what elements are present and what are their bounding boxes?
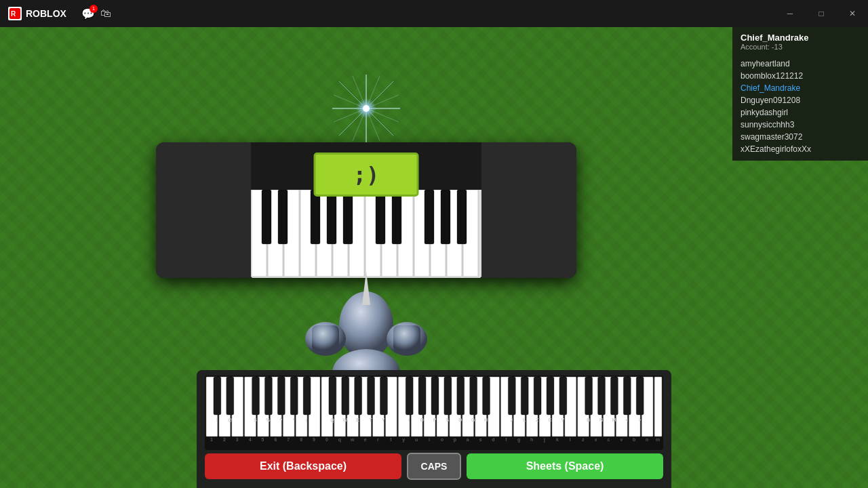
svg-text:v: v: [620, 437, 623, 442]
svg-rect-103: [547, 377, 554, 415]
svg-rect-101: [521, 377, 528, 415]
svg-text:p: p: [454, 437, 456, 443]
svg-text:1: 1: [210, 437, 213, 442]
svg-text:B: B: [587, 418, 590, 422]
piano-keyboard-visual[interactable]: ! @ S % ^ * ( Q W E T Y I O P S D G H J: [205, 375, 663, 450]
svg-rect-104: [559, 377, 567, 415]
maximize-button[interactable]: □: [806, 0, 837, 27]
minimize-button[interactable]: ─: [774, 0, 806, 27]
svg-rect-106: [598, 377, 606, 415]
caps-button[interactable]: CAPS: [407, 453, 461, 480]
svg-text:k: k: [556, 437, 559, 442]
svg-text:Z: Z: [536, 418, 539, 422]
svg-text:u: u: [415, 437, 418, 442]
window-controls: ─ □ ✕: [774, 0, 868, 27]
svg-text:m: m: [656, 437, 660, 442]
svg-text:o: o: [441, 437, 443, 442]
svg-point-11: [363, 105, 370, 112]
piano-right-panel: [481, 142, 576, 278]
svg-rect-102: [534, 377, 541, 415]
svg-text:8: 8: [300, 437, 302, 442]
notification-badge: 1: [90, 5, 98, 13]
svg-text:H: H: [484, 418, 488, 422]
svg-text:C: C: [548, 418, 551, 422]
svg-rect-84: [264, 377, 272, 415]
piano-display: ;): [314, 152, 419, 197]
close-button[interactable]: ✕: [837, 0, 868, 27]
svg-text:4: 4: [249, 437, 252, 442]
piano-keyboard-svg: ! @ S % ^ * ( Q W E T Y I O P S D G H J: [205, 375, 663, 450]
svg-rect-107: [610, 377, 618, 415]
piano-left-panel: [156, 142, 251, 278]
svg-text:r: r: [377, 437, 379, 442]
player-list-item: boomblox121212: [741, 70, 860, 82]
svg-rect-29: [311, 190, 320, 244]
app-logo: R ROBLOX: [0, 7, 75, 20]
svg-text:N: N: [599, 418, 603, 422]
svg-marker-38: [362, 271, 370, 305]
svg-text:2: 2: [223, 437, 226, 442]
player-list-item: Chief_Mandrake: [741, 82, 860, 94]
svg-text:O: O: [420, 418, 424, 422]
svg-text:7: 7: [287, 437, 290, 442]
svg-text:3: 3: [236, 437, 239, 442]
shop-button[interactable]: 🛍: [100, 7, 111, 20]
svg-rect-82: [226, 377, 234, 415]
svg-text:j: j: [543, 437, 545, 443]
chat-button[interactable]: 💬 1: [81, 7, 95, 20]
account-balance: Account: -13: [741, 43, 860, 51]
svg-rect-34: [425, 190, 434, 244]
svg-rect-88: [329, 377, 336, 415]
exit-button[interactable]: Exit (Backspace): [205, 453, 401, 479]
svg-text:x: x: [595, 437, 597, 442]
svg-text:R: R: [11, 10, 16, 18]
svg-rect-96: [444, 377, 452, 415]
svg-rect-93: [406, 377, 413, 415]
bottom-buttons: Exit (Backspace) CAPS Sheets (Space): [205, 453, 663, 480]
svg-rect-28: [278, 190, 288, 244]
svg-text:c: c: [608, 437, 610, 442]
svg-text:L: L: [523, 418, 526, 422]
svg-rect-90: [355, 377, 362, 415]
roblox-icon: R: [8, 7, 22, 20]
svg-text:Y: Y: [382, 418, 385, 422]
svg-rect-40: [312, 325, 339, 352]
player-list-item: xXEzathegirlofoxXx: [741, 143, 860, 155]
svg-text:y: y: [402, 437, 405, 443]
sheets-button[interactable]: Sheets (Space): [467, 453, 663, 479]
star-svg: [332, 75, 400, 142]
svg-text:E: E: [356, 418, 359, 422]
svg-text:^: ^: [279, 418, 282, 422]
svg-rect-87: [303, 377, 311, 415]
svg-text:>: >: [638, 418, 641, 422]
svg-rect-99: [483, 377, 490, 415]
svg-text:I: I: [408, 418, 410, 422]
svg-text:z: z: [582, 437, 585, 442]
svg-text:d: d: [492, 437, 494, 442]
display-text: ;): [353, 162, 380, 188]
player-list-item: sunnysicchhh3: [741, 119, 860, 131]
topbar-controls: 💬 1 🛍: [75, 7, 118, 20]
player-list-item: swagmaster3072: [741, 131, 860, 143]
svg-text:D: D: [458, 418, 462, 422]
svg-rect-33: [392, 190, 401, 244]
svg-text:e: e: [364, 437, 367, 442]
svg-text:*: *: [293, 418, 295, 422]
player-list-panel: Chief_Mandrake Account: -13 amyheartland…: [732, 27, 868, 161]
svg-text:i: i: [429, 437, 430, 442]
svg-rect-92: [380, 377, 387, 415]
glow-star: [332, 75, 400, 142]
svg-text:S: S: [254, 418, 257, 422]
player-list-item: Dnguyen091208: [741, 94, 860, 106]
svg-rect-108: [623, 377, 631, 415]
svg-text:g: g: [517, 437, 520, 443]
svg-text:9: 9: [313, 437, 315, 442]
svg-text:P: P: [433, 418, 437, 422]
svg-text:h: h: [530, 437, 533, 442]
svg-text:S: S: [446, 418, 450, 422]
svg-rect-89: [342, 377, 349, 415]
svg-text:s: s: [479, 437, 482, 442]
svg-text:l: l: [570, 437, 571, 442]
svg-text:<: <: [625, 418, 628, 422]
svg-rect-83: [252, 377, 260, 415]
